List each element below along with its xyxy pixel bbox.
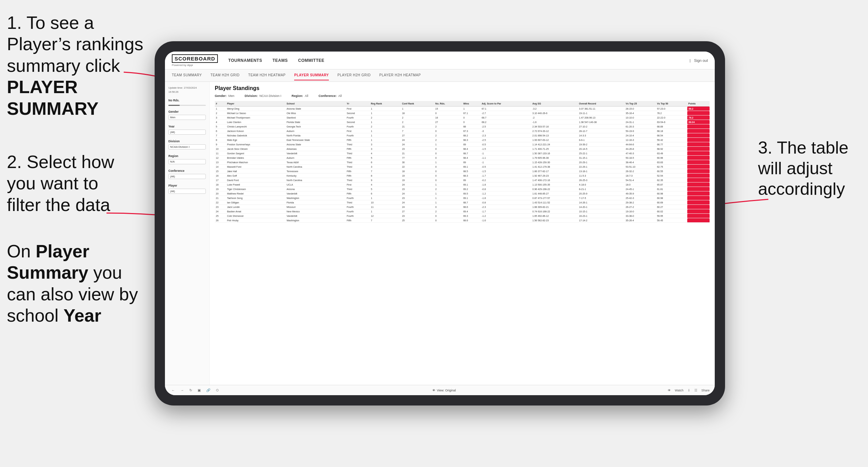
table-row[interactable]: 25Cole SherwoodVanderbiltFourth1223069.3… [215, 214, 710, 218]
sub-nav-team-h2h-heatmap[interactable]: TEAM H2H HEATMAP [248, 70, 286, 80]
table-row[interactable]: 2Michael Le SassoOle MissSecond118067.1-… [215, 111, 710, 115]
table-row[interactable]: 14Maxwell FordNorth CarolinaThird322069.… [215, 165, 710, 169]
nav-committee[interactable]: COMMITTEE [298, 58, 324, 63]
table-cell: -2.3 [481, 133, 532, 138]
table-cell [687, 209, 710, 214]
instruction-step1-bold: PLAYER SUMMARY [7, 77, 99, 118]
instruction-step2-text2: filter the data [7, 195, 110, 215]
table-row[interactable]: 26Petr HrubyWashingtonFifth725068.6-1.61… [215, 218, 710, 223]
table-row[interactable]: 11Gordon SargentVanderbiltThird421068.7-… [215, 151, 710, 156]
table-row[interactable]: 20Matthew RiedelVanderbiltFifth624169.5-… [215, 191, 710, 196]
sub-nav-player-h2h-heatmap[interactable]: PLAYER H2H HEATMAP [379, 70, 421, 80]
table-cell: 24 [401, 205, 434, 209]
table-cell: Luke Clanton [226, 120, 286, 124]
toolbar-back-btn[interactable]: ← [170, 388, 176, 393]
table-cell: 24-31-1 [625, 120, 656, 124]
table-cell: 1 [370, 209, 401, 214]
toolbar-download-icon[interactable]: ⇩ [688, 389, 690, 392]
toolbar-copy-btn[interactable]: ▣ [196, 388, 202, 393]
player-select[interactable]: (All) [168, 189, 206, 194]
table-row[interactable]: 10Jacob Skov OlesenArkansasFifth323068.4… [215, 147, 710, 151]
table-cell: 3.07 381-51-11 [578, 107, 625, 111]
instruction-step1-text: 1. To see a Player’s rankings summary cl… [7, 13, 143, 76]
toolbar-clock-btn[interactable]: ⏲ [214, 388, 221, 393]
table-cell: 25-22-1 [578, 151, 625, 156]
table-row[interactable]: 1Wenyi DingArizona StateFirst1115167.1-3… [215, 107, 710, 111]
table-cell: 0 [434, 214, 462, 218]
table-cell: First [346, 182, 370, 187]
table-row[interactable]: 22Ian GilliganFloridaThird1024168.7-0.81… [215, 200, 710, 205]
table-cell: 19 [401, 174, 434, 178]
table-row[interactable]: 17David FordNorth CarolinaThird919069-0.… [215, 178, 710, 182]
table-row[interactable]: 19Tiger ChristensenArizonaThird523269.2-… [215, 187, 710, 191]
nav-signout[interactable]: Sign out [694, 58, 708, 63]
table-cell: 67.3 [462, 129, 481, 133]
toolbar-link-btn[interactable]: 🔗 [205, 388, 212, 393]
table-row[interactable]: 12Brendan ValdesAuburnFifth577068.4-1.11… [215, 156, 710, 160]
sub-nav-player-summary[interactable]: PLAYER SUMMARY [294, 70, 329, 80]
table-cell [687, 165, 710, 169]
nav-tournaments[interactable]: TOURNAMENTS [228, 58, 262, 63]
table-cell: 22-29-1 [578, 165, 625, 169]
toolbar-forward-btn[interactable]: → [179, 388, 185, 393]
table-cell: 23 [215, 205, 226, 209]
table-cell: 23 [401, 214, 434, 218]
nav-teams[interactable]: TEAMS [272, 58, 288, 63]
slider-track[interactable] [168, 105, 206, 106]
sub-nav-player-h2h-grid[interactable]: PLAYER H2H GRID [337, 70, 371, 80]
table-row[interactable]: 8Mats EgeEast Tennessee StateFifth124268… [215, 138, 710, 142]
table-cell: 59.42 [656, 138, 687, 142]
table-cell: 1 [370, 196, 401, 200]
table-row[interactable]: 7Nicholas GabrelcikNorth FloridaFourth12… [215, 133, 710, 138]
table-cell: 1.61 448-85-27 [531, 191, 578, 196]
table-cell: Auburn [286, 129, 346, 133]
table-cell: Jake Hall [226, 169, 286, 174]
table-row[interactable]: 23Jack LundinMissouriFourth1124068.6-2.3… [215, 205, 710, 209]
table-cell: 65.87 [656, 182, 687, 187]
table-cell: 1 [434, 191, 462, 196]
filter-region-value: All [305, 94, 308, 98]
division-select[interactable]: NCAA Division I [168, 144, 206, 149]
table-cell: 1.65 492-86-12 [531, 214, 578, 218]
table-cell: 14 [215, 165, 226, 169]
table-row[interactable]: 3Michael ThorbjornsenStanfordFourth22160… [215, 115, 710, 120]
table-cell: 4-18-0 [578, 182, 625, 187]
table-cell: 69.3 [462, 214, 481, 218]
table-cell: 1 [434, 196, 462, 200]
toolbar-grid-icon[interactable]: ☷ [694, 389, 697, 392]
table-cell: 8-21-1 [578, 187, 625, 191]
table-cell: 25-42-3 [625, 196, 656, 200]
table-row[interactable]: 9Preston SummerhaysArizona StateThird324… [215, 142, 710, 147]
table-cell: -1.1 [481, 156, 532, 160]
gender-select[interactable]: Men [168, 115, 206, 120]
table-cell: 69.1 [462, 196, 481, 200]
table-cell: 23 [401, 147, 434, 151]
table-row[interactable]: 24Bastien AmatNew MexicoFourth127269.4-1… [215, 209, 710, 214]
table-cell [687, 142, 710, 147]
table-row[interactable]: 16Alex GoffKentuckyFifth819068.3-1.71.92… [215, 174, 710, 178]
table-cell [687, 160, 710, 165]
toolbar-refresh-btn[interactable]: ↻ [188, 388, 193, 393]
col-adj-score: Adj. Score to Par [481, 101, 532, 107]
table-cell: Fifth [346, 147, 370, 151]
table-row[interactable]: 5Christo LamprechtGeorgia TechFourth2212… [215, 124, 710, 129]
toolbar-share-label[interactable]: Share [701, 389, 710, 392]
table-cell: 0 [434, 147, 462, 151]
table-cell: 12-16-3 [625, 138, 656, 142]
table-row[interactable]: 18Luke PowellUCLAFirst424169.1-1.81.13 5… [215, 182, 710, 187]
table-row[interactable]: 13Phichakon MaichonTexas A&MThird630169-… [215, 160, 710, 165]
sub-nav-team-summary[interactable]: TEAM SUMMARY [172, 70, 202, 80]
table-row[interactable]: 6Jackson KoivunAuburnFirst17067.3-32.72 … [215, 129, 710, 133]
table-cell: 0 [434, 169, 462, 174]
table-row[interactable]: 4Luke ClantonFlorida StateSecond1227068.… [215, 120, 710, 124]
conference-select[interactable]: (All) [168, 174, 206, 179]
table-cell: Tennessee [286, 169, 346, 174]
year-select[interactable]: (All) [168, 130, 206, 135]
toolbar-watch-label[interactable]: Watch [675, 389, 683, 392]
table-row[interactable]: 15Jake HallTennesseeFifth718068.5-1.51.6… [215, 169, 710, 174]
sub-nav-team-h2h-grid[interactable]: TEAM H2H GRID [211, 70, 240, 80]
region-select[interactable]: N/A [168, 159, 206, 164]
table-row[interactable]: 21Taehoon SongWashingtonFourth123169.1-1… [215, 196, 710, 200]
toolbar-view-label[interactable]: View: Original [437, 389, 456, 392]
table-cell: Gordon Sargent [226, 151, 286, 156]
